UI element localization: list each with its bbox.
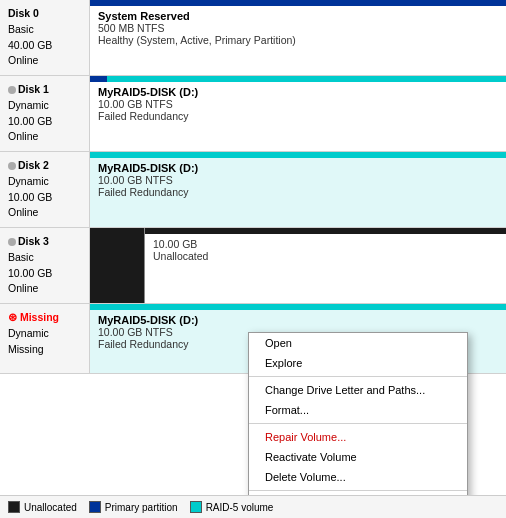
legend-label-primary: Primary partition — [105, 502, 178, 513]
disk1-name: Disk 1 — [8, 82, 81, 98]
menu-reactivate-volume[interactable]: Reactivate Volume — [249, 447, 467, 467]
disk-missing-partition-name: MyRAID5-DISK (D:) — [98, 314, 498, 326]
legend: Unallocated Primary partition RAID-5 vol… — [0, 495, 506, 518]
disk-missing-status: Missing — [8, 342, 81, 358]
disk3-black-partition — [90, 228, 145, 303]
menu-change-drive[interactable]: Change Drive Letter and Paths... — [249, 380, 467, 400]
disk3-type: Basic — [8, 250, 81, 266]
disk-missing-type: Dynamic — [8, 326, 81, 342]
disk-label-0: Disk 0 Basic 40.00 GB Online — [0, 0, 90, 75]
disk-label-2: Disk 2 Dynamic 10.00 GB Online — [0, 152, 90, 227]
disk0-partition-content[interactable]: System Reserved 500 MB NTFS Healthy (Sys… — [90, 6, 506, 75]
menu-open[interactable]: Open — [249, 333, 467, 353]
disk-row-0: Disk 0 Basic 40.00 GB Online System Rese… — [0, 0, 506, 76]
menu-repair-volume[interactable]: Repair Volume... — [249, 427, 467, 447]
disk3-unallocated: 10.00 GB Unallocated — [145, 228, 506, 303]
disk-label-1: Disk 1 Dynamic 10.00 GB Online — [0, 76, 90, 151]
disk0-name: Disk 0 — [8, 6, 81, 22]
disk-row-2: Disk 2 Dynamic 10.00 GB Online MyRAID5-D… — [0, 152, 506, 228]
menu-explore[interactable]: Explore — [249, 353, 467, 373]
disk1-size: 10.00 GB — [8, 114, 81, 130]
disk3-size: 10.00 GB — [8, 266, 81, 282]
disk0-detail1: 500 MB NTFS — [98, 22, 498, 34]
disk3-detail2: Unallocated — [153, 250, 498, 262]
disk-manager: Disk 0 Basic 40.00 GB Online System Rese… — [0, 0, 506, 518]
menu-sep1 — [249, 376, 467, 377]
disk2-size: 10.00 GB — [8, 190, 81, 206]
disk0-partitions: System Reserved 500 MB NTFS Healthy (Sys… — [90, 0, 506, 75]
disk1-status: Online — [8, 129, 81, 145]
menu-properties[interactable]: Properties — [249, 494, 467, 495]
legend-unallocated: Unallocated — [8, 501, 77, 513]
disk2-partition-content[interactable]: MyRAID5-DISK (D:) 10.00 GB NTFS Failed R… — [90, 158, 506, 227]
disk-label-3: Disk 3 Basic 10.00 GB Online — [0, 228, 90, 303]
disk2-detail2: Failed Redundancy — [98, 186, 498, 198]
disk2-detail1: 10.00 GB NTFS — [98, 174, 498, 186]
legend-box-primary — [89, 501, 101, 513]
disk0-status: Online — [8, 53, 81, 69]
disk2-type: Dynamic — [8, 174, 81, 190]
disk1-partition-content[interactable]: MyRAID5-DISK (D:) 10.00 GB NTFS Failed R… — [90, 82, 506, 151]
disk3-name: Disk 3 — [8, 234, 81, 250]
legend-label-raid5: RAID-5 volume — [206, 502, 274, 513]
disk2-name: Disk 2 — [8, 158, 81, 174]
legend-box-raid5 — [190, 501, 202, 513]
disk-label-missing: ⊛ Missing Dynamic Missing — [0, 304, 90, 373]
disk0-partition-name: System Reserved — [98, 10, 498, 22]
disk-missing-label: ⊛ Missing — [8, 310, 81, 326]
disk-row-1: Disk 1 Dynamic 10.00 GB Online MyRAID5-D… — [0, 76, 506, 152]
disk1-partitions: MyRAID5-DISK (D:) 10.00 GB NTFS Failed R… — [90, 76, 506, 151]
legend-raid5: RAID-5 volume — [190, 501, 274, 513]
disk3-detail1: 10.00 GB — [153, 238, 498, 250]
legend-primary: Primary partition — [89, 501, 178, 513]
disk1-partition-name: MyRAID5-DISK (D:) — [98, 86, 498, 98]
disk3-status: Online — [8, 281, 81, 297]
legend-label-unallocated: Unallocated — [24, 502, 77, 513]
context-menu: Open Explore Change Drive Letter and Pat… — [248, 332, 468, 495]
disk-area: Disk 0 Basic 40.00 GB Online System Rese… — [0, 0, 506, 495]
disk1-type: Dynamic — [8, 98, 81, 114]
disk2-partition-name: MyRAID5-DISK (D:) — [98, 162, 498, 174]
disk1-detail1: 10.00 GB NTFS — [98, 98, 498, 110]
menu-sep2 — [249, 423, 467, 424]
disk2-partitions: MyRAID5-DISK (D:) 10.00 GB NTFS Failed R… — [90, 152, 506, 227]
menu-delete-volume[interactable]: Delete Volume... — [249, 467, 467, 487]
disk0-type: Basic — [8, 22, 81, 38]
menu-sep3 — [249, 490, 467, 491]
disk2-status: Online — [8, 205, 81, 221]
disk0-size: 40.00 GB — [8, 38, 81, 54]
legend-box-unallocated — [8, 501, 20, 513]
menu-format[interactable]: Format... — [249, 400, 467, 420]
disk1-detail2: Failed Redundancy — [98, 110, 498, 122]
disk3-partition-content[interactable]: 10.00 GB Unallocated — [145, 234, 506, 303]
disk0-detail2: Healthy (System, Active, Primary Partiti… — [98, 34, 498, 46]
disk-row-3: Disk 3 Basic 10.00 GB Online 10.00 GB Un… — [0, 228, 506, 304]
disk3-combined: 10.00 GB Unallocated — [90, 228, 506, 303]
